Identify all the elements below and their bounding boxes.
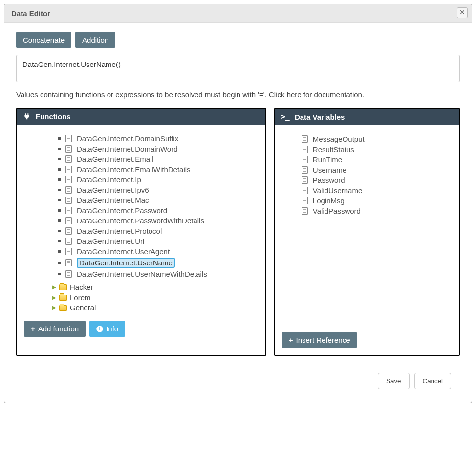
variable-name[interactable]: ResultStatus: [313, 145, 354, 153]
function-name[interactable]: DataGen.Internet.Ipv6: [77, 186, 149, 194]
folder-item[interactable]: ▶General: [52, 303, 259, 313]
function-name[interactable]: DataGen.Internet.Password: [77, 206, 167, 215]
functions-body: DataGen.Internet.DomainSuffixDataGen.Int…: [17, 125, 265, 344]
function-name[interactable]: DataGen.Internet.Protocol: [77, 227, 162, 235]
file-icon: [65, 166, 72, 173]
concatenate-button[interactable]: Concatenate: [16, 32, 71, 48]
info-icon: i: [96, 326, 103, 332]
close-icon[interactable]: ✕: [457, 7, 468, 18]
function-name[interactable]: DataGen.Internet.Email: [77, 155, 153, 163]
file-icon: [302, 166, 308, 174]
file-icon: [65, 227, 72, 235]
save-button[interactable]: Save: [378, 373, 409, 389]
file-icon: [65, 186, 72, 194]
file-icon: [65, 238, 72, 245]
file-icon: [65, 259, 72, 266]
variable-item[interactable]: ResultStatus: [302, 144, 452, 154]
folder-name[interactable]: General: [70, 304, 96, 312]
function-name[interactable]: DataGen.Internet.Url: [77, 237, 144, 245]
variable-name[interactable]: ValidPassword: [313, 207, 361, 215]
file-icon: [65, 207, 72, 214]
file-icon: [302, 146, 308, 153]
file-icon: [65, 135, 72, 142]
function-name[interactable]: DataGen.Internet.Ip: [77, 175, 141, 184]
variable-item[interactable]: ValidPassword: [302, 206, 452, 216]
function-item[interactable]: DataGen.Internet.PasswordWithDetails: [58, 216, 259, 226]
variable-item[interactable]: LoginMsg: [302, 196, 452, 206]
variables-body: MessageOutputResultStatusRunTimeUsername…: [275, 125, 459, 355]
file-icon: [302, 156, 308, 163]
variables-actions: + Insert Reference: [282, 332, 452, 348]
function-name[interactable]: DataGen.Internet.UserAgent: [77, 247, 170, 256]
function-item[interactable]: DataGen.Internet.Protocol: [58, 226, 259, 236]
variable-name[interactable]: LoginMsg: [313, 197, 345, 205]
function-item[interactable]: DataGen.Internet.Ip: [58, 175, 259, 185]
add-function-button[interactable]: + Add function: [24, 321, 86, 337]
function-item[interactable]: DataGen.Internet.UserAgent: [58, 246, 259, 257]
terminal-icon: >_: [281, 112, 290, 121]
expand-icon[interactable]: ▶: [52, 305, 56, 310]
function-name[interactable]: DataGen.Internet.DomainWord: [77, 145, 178, 153]
function-name[interactable]: DataGen.Internet.EmailWithDetails: [77, 165, 191, 174]
function-item[interactable]: DataGen.Internet.Password: [58, 205, 259, 216]
addition-button[interactable]: Addition: [75, 32, 115, 48]
function-item[interactable]: DataGen.Internet.Email: [58, 154, 259, 164]
variable-item[interactable]: RunTime: [302, 154, 452, 165]
folder-item[interactable]: ▶Hacker: [52, 282, 259, 292]
insert-reference-button[interactable]: + Insert Reference: [282, 332, 357, 348]
file-icon: [302, 135, 308, 143]
folder-name[interactable]: Lorem: [70, 293, 91, 302]
function-item[interactable]: DataGen.Internet.Url: [58, 236, 259, 246]
variable-item[interactable]: MessageOutput: [302, 134, 452, 144]
bullet-icon: [58, 250, 61, 253]
panels: Functions DataGen.Internet.DomainSuffixD…: [16, 108, 460, 356]
functions-list: DataGen.Internet.DomainSuffixDataGen.Int…: [24, 133, 259, 279]
function-item[interactable]: DataGen.Internet.EmailWithDetails: [58, 164, 259, 175]
variable-item[interactable]: ValidUsername: [302, 185, 452, 196]
variable-item[interactable]: Username: [302, 165, 452, 175]
dialog-body: Concatenate Addition Values containing f…: [4, 23, 472, 403]
expand-icon[interactable]: ▶: [52, 284, 56, 290]
file-icon: [302, 187, 308, 194]
expression-input[interactable]: [16, 55, 460, 82]
function-name[interactable]: DataGen.Internet.UserNameWithDetails: [77, 270, 207, 278]
variable-name[interactable]: ValidUsername: [313, 186, 362, 195]
file-icon: [65, 155, 72, 163]
variable-name[interactable]: RunTime: [313, 155, 342, 164]
function-name[interactable]: DataGen.Internet.DomainSuffix: [77, 134, 178, 143]
cancel-button[interactable]: Cancel: [414, 373, 452, 389]
file-icon: [65, 176, 72, 183]
file-icon: [302, 207, 308, 215]
bullet-icon: [58, 199, 61, 201]
dialog-header: Data Editor ✕: [4, 4, 472, 23]
variable-name[interactable]: MessageOutput: [313, 135, 365, 143]
bullet-icon: [58, 178, 61, 181]
plus-icon: +: [289, 336, 293, 344]
bullet-icon: [58, 158, 61, 160]
variable-name[interactable]: Username: [313, 166, 346, 174]
hint-text[interactable]: Values containing functions or expressio…: [16, 90, 460, 99]
info-button[interactable]: i Info: [89, 321, 125, 337]
function-item[interactable]: DataGen.Internet.Ipv6: [58, 185, 259, 195]
function-name[interactable]: DataGen.Internet.UserName: [77, 258, 175, 268]
variables-list: MessageOutputResultStatusRunTimeUsername…: [282, 134, 452, 216]
folder-name[interactable]: Hacker: [70, 283, 93, 291]
function-name[interactable]: DataGen.Internet.PasswordWithDetails: [77, 217, 204, 225]
variable-item[interactable]: Password: [302, 175, 452, 185]
function-item[interactable]: DataGen.Internet.Mac: [58, 195, 259, 205]
file-icon: [65, 248, 72, 255]
folder-item[interactable]: ▶Lorem: [52, 292, 259, 303]
bullet-icon: [58, 219, 61, 222]
bullet-icon: [58, 137, 61, 140]
function-item[interactable]: DataGen.Internet.UserNameWithDetails: [58, 269, 259, 279]
expand-icon[interactable]: ▶: [52, 295, 56, 300]
variable-name[interactable]: Password: [313, 176, 345, 184]
function-item[interactable]: DataGen.Internet.DomainSuffix: [58, 133, 259, 144]
function-item[interactable]: DataGen.Internet.UserName: [58, 257, 259, 269]
svg-text:i: i: [99, 326, 100, 331]
function-name[interactable]: DataGen.Internet.Mac: [77, 196, 149, 204]
add-function-label: Add function: [38, 325, 79, 333]
bullet-icon: [58, 168, 61, 171]
file-icon: [65, 270, 72, 278]
function-item[interactable]: DataGen.Internet.DomainWord: [58, 144, 259, 154]
